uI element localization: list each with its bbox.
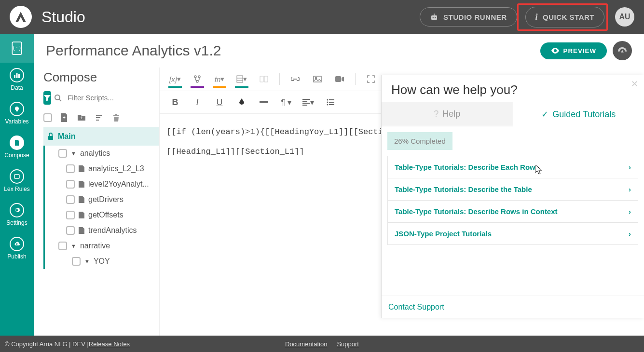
tutorial-item[interactable]: JSON-Type Project Tutorials› xyxy=(387,223,638,245)
contact-support-link[interactable]: Contact Support xyxy=(382,296,644,318)
footer: © Copyright Arria NLG | DEV | Release No… xyxy=(0,336,644,352)
gear-icon xyxy=(10,203,24,217)
close-icon[interactable]: ✕ xyxy=(631,79,638,89)
svg-point-39 xyxy=(327,104,329,106)
tree-getdrivers[interactable]: getDrivers xyxy=(45,192,159,207)
progress-badge: 26% Completed xyxy=(387,132,452,150)
file-icon xyxy=(79,212,84,218)
tree-narrative[interactable]: ▼narrative xyxy=(45,238,159,254)
nav-compose[interactable]: Compose xyxy=(0,130,34,164)
svg-rect-8 xyxy=(18,74,20,78)
tutorial-item[interactable]: Table-Type Tutorials: Describe Rows in C… xyxy=(387,201,638,223)
svg-rect-0 xyxy=(431,15,437,20)
tree-trendanalytics[interactable]: trendAnalytics xyxy=(45,223,159,238)
tutorial-item[interactable]: Table-Type Tutorials: Describe the Table… xyxy=(387,178,638,201)
svg-line-11 xyxy=(59,99,61,101)
svg-rect-16 xyxy=(96,120,99,121)
paragraph-button[interactable]: ¶ ▾ xyxy=(275,94,297,110)
svg-point-19 xyxy=(198,76,200,78)
user-avatar[interactable]: AU xyxy=(615,7,634,27)
check-icon: ✓ xyxy=(541,109,548,120)
svg-rect-14 xyxy=(96,115,102,116)
filter-scripts-input[interactable] xyxy=(65,91,159,105)
tree-level2yoy[interactable]: level2YoyAnalyt... xyxy=(45,176,159,192)
svg-rect-31 xyxy=(302,99,310,100)
lock-icon xyxy=(47,133,54,140)
svg-point-37 xyxy=(327,102,329,103)
nav-settings[interactable]: Settings xyxy=(0,198,34,231)
new-file-icon[interactable]: + xyxy=(59,112,69,123)
select-all-checkbox[interactable] xyxy=(43,113,52,122)
color-button[interactable] xyxy=(231,94,252,110)
nav-lex-rules[interactable]: Lex Rules xyxy=(0,164,34,198)
nav-publish[interactable]: Publish xyxy=(0,231,34,265)
tree-getoffsets[interactable]: getOffsets xyxy=(45,207,159,223)
tree-main[interactable]: Main xyxy=(43,127,159,146)
logo-badge xyxy=(10,6,32,28)
sort-icon[interactable] xyxy=(94,112,104,123)
help-title: How can we help you? xyxy=(382,75,644,102)
align-button[interactable]: ▾ xyxy=(298,94,319,110)
chevron-right-icon: › xyxy=(629,207,631,216)
sheet-button[interactable]: ▾ xyxy=(231,71,252,87)
file-icon xyxy=(79,227,84,234)
svg-point-26 xyxy=(315,78,317,79)
svg-rect-32 xyxy=(302,101,307,102)
chevron-right-icon: › xyxy=(629,230,631,238)
branch-button[interactable] xyxy=(187,71,208,87)
brand-text: Studio xyxy=(41,8,85,26)
page-title: Performance Analytics v1.2 xyxy=(46,42,221,59)
tree-analytics[interactable]: ▼analytics xyxy=(45,146,159,161)
tree-analytics-l2-l3[interactable]: analytics_L2_L3 xyxy=(45,161,159,176)
eye-icon xyxy=(551,48,560,54)
chevron-right-icon: › xyxy=(629,185,631,193)
title-bar: Performance Analytics v1.2 PREVIEW xyxy=(34,34,644,68)
svg-text:+: + xyxy=(80,115,83,121)
nav-data[interactable]: Data xyxy=(0,63,34,96)
nav-variables[interactable]: Variables xyxy=(0,96,34,130)
image-button[interactable] xyxy=(307,71,328,87)
bold-button[interactable]: B xyxy=(164,94,186,110)
link-button[interactable] xyxy=(285,71,306,87)
preview-button[interactable]: PREVIEW xyxy=(540,42,607,59)
delete-icon[interactable] xyxy=(111,112,122,123)
tree-yoy[interactable]: ▼YOY xyxy=(45,254,159,269)
bulb-icon xyxy=(10,102,24,116)
new-folder-icon[interactable]: + xyxy=(76,112,87,123)
documentation-link[interactable]: Documentation xyxy=(285,340,327,348)
script-toolbar: + + xyxy=(43,108,159,127)
robot-icon xyxy=(430,13,438,21)
strikethrough-button[interactable] xyxy=(253,94,274,110)
search-icon xyxy=(54,94,62,102)
file-icon xyxy=(79,165,84,172)
filter-toggle[interactable] xyxy=(43,91,51,105)
help-tab-guided[interactable]: ✓ Guided Tutorials xyxy=(513,102,644,126)
quick-start-button[interactable]: i QUICK START xyxy=(525,7,604,27)
svg-rect-21 xyxy=(237,76,243,82)
project-icon[interactable]: {·} xyxy=(0,34,34,63)
svg-point-18 xyxy=(194,76,196,78)
studio-runner-button[interactable]: STUDIO RUNNER xyxy=(420,7,517,27)
function-button[interactable]: fn ▾ xyxy=(209,71,230,87)
underline-button[interactable]: U xyxy=(209,94,230,110)
svg-rect-17 xyxy=(48,136,53,140)
book-button[interactable] xyxy=(253,71,274,87)
help-tab-help[interactable]: ? Help xyxy=(382,102,513,126)
gauge-button[interactable] xyxy=(613,41,632,60)
fullscreen-button[interactable] xyxy=(360,71,382,87)
document-icon xyxy=(10,135,24,150)
compose-heading: Compose xyxy=(43,68,159,91)
variable-insert-button[interactable]: [x] ▾ xyxy=(164,71,186,87)
support-link[interactable]: Support xyxy=(337,340,359,348)
svg-rect-30 xyxy=(260,101,268,103)
svg-rect-38 xyxy=(329,102,334,103)
release-notes-link[interactable]: Release Notes xyxy=(89,340,130,348)
bar-chart-icon xyxy=(10,68,24,82)
svg-point-2 xyxy=(435,17,436,18)
video-button[interactable] xyxy=(329,71,350,87)
tutorial-item[interactable]: Table-Type Tutorials: Describe Each Row› xyxy=(387,156,638,178)
italic-button[interactable]: I xyxy=(187,94,208,110)
quick-start-highlight: i QUICK START xyxy=(517,3,608,31)
svg-rect-33 xyxy=(302,103,310,104)
list-button[interactable] xyxy=(320,94,341,110)
